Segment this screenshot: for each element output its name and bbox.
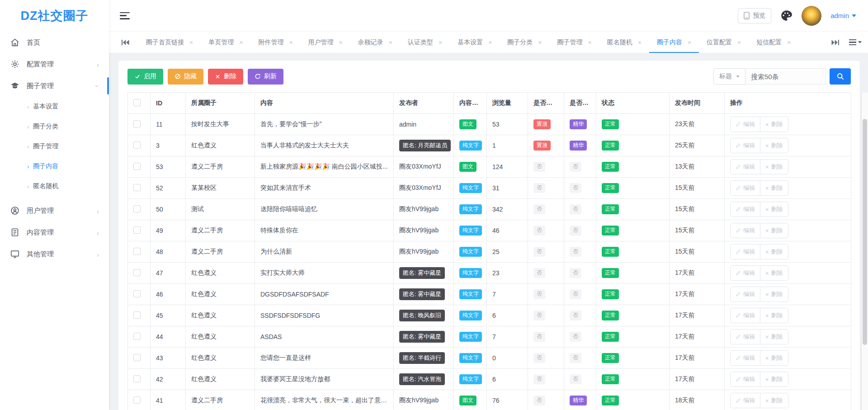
row-checkbox[interactable] (133, 354, 141, 361)
row-edit-button[interactable]: 编辑 (731, 393, 760, 408)
sidebar-subitem-circle-category[interactable]: › 圈子分类 (0, 117, 109, 137)
search-field-select[interactable]: 标题 (713, 68, 745, 85)
row-edit-button[interactable]: 编辑 (731, 160, 760, 174)
sidebar-item-home[interactable]: 首页 (0, 32, 109, 53)
tab-item[interactable]: 用户管理× (301, 32, 350, 53)
preview-button[interactable]: 预览 (738, 8, 771, 24)
row-checkbox[interactable] (133, 205, 141, 212)
sidebar-subitem-basic-settings[interactable]: › 基本设置 (0, 97, 109, 117)
tab-close-icon[interactable]: × (688, 39, 691, 46)
user-menu[interactable]: admin (830, 12, 856, 19)
page-scrollbar[interactable] (861, 93, 868, 410)
search-button[interactable] (830, 68, 851, 85)
row-checkbox[interactable] (133, 248, 141, 255)
tab-close-icon[interactable]: × (737, 39, 741, 46)
row-delete-button[interactable]: ×删除 (760, 308, 788, 323)
tab-item[interactable]: 圈子分类× (500, 32, 549, 53)
tab-item[interactable]: 圈子管理× (550, 32, 599, 53)
tab-item[interactable]: 认证类型× (400, 32, 450, 53)
tab-item[interactable]: 单页管理× (201, 32, 250, 53)
tab-item[interactable]: 基本设置× (450, 32, 500, 53)
tab-close-icon[interactable]: × (239, 39, 243, 46)
row-edit-button[interactable]: 编辑 (731, 330, 760, 344)
sidebar-item-other-manage[interactable]: 其他管理 › (0, 243, 109, 265)
sidebar-item-circle-manage[interactable]: 圈子管理 › (0, 75, 109, 97)
row-delete-button[interactable]: ×删除 (760, 287, 788, 302)
tabs-scroll-start-button[interactable] (118, 32, 133, 53)
row-edit-button[interactable]: 编辑 (731, 245, 760, 259)
row-delete-button[interactable]: ×删除 (760, 393, 788, 408)
row-checkbox[interactable] (133, 120, 141, 127)
row-edit-button[interactable]: 编辑 (731, 117, 760, 132)
cell-id: 3 (151, 135, 186, 156)
tab-close-icon[interactable]: × (289, 39, 292, 46)
row-delete-button[interactable]: ×删除 (760, 117, 788, 132)
sidebar-item-config[interactable]: 配置管理 › (0, 53, 109, 75)
row-edit-button[interactable]: 编辑 (731, 202, 760, 217)
sidebar-subitem-anonymous-random[interactable]: › 匿名随机 (0, 176, 109, 196)
tab-close-icon[interactable]: × (339, 39, 343, 46)
tab-close-icon[interactable]: × (787, 39, 791, 46)
row-action-group: 编辑×删除 (730, 393, 788, 408)
sidebar-item-user-manage[interactable]: 用户管理 › (0, 200, 109, 221)
tab-item[interactable]: 圈子内容× (649, 32, 699, 53)
row-checkbox[interactable] (133, 226, 141, 234)
row-edit-button[interactable]: 编辑 (731, 372, 760, 386)
row-edit-button[interactable]: 编辑 (731, 308, 760, 323)
hide-button[interactable]: 隐藏 (168, 69, 203, 85)
row-delete-button[interactable]: ×删除 (760, 223, 788, 238)
user-avatar[interactable] (802, 6, 821, 26)
enable-button[interactable]: 启用 (127, 69, 163, 85)
row-edit-button[interactable]: 编辑 (731, 223, 760, 238)
scrollbar-thumb[interactable] (863, 119, 867, 345)
row-checkbox[interactable] (133, 333, 141, 340)
search-input[interactable] (745, 68, 826, 85)
tab-close-icon[interactable]: × (638, 39, 642, 46)
tab-item[interactable]: 短信配置× (749, 32, 798, 53)
tab-close-icon[interactable]: × (439, 39, 442, 46)
sidebar-collapse-button[interactable] (120, 12, 130, 19)
sidebar-subitem-circle-manage[interactable]: › 圈子管理 (0, 137, 109, 156)
row-delete-button[interactable]: ×删除 (760, 245, 788, 259)
row-checkbox[interactable] (133, 311, 141, 319)
row-delete-button[interactable]: ×删除 (760, 202, 788, 217)
tab-item[interactable]: 附件管理× (250, 32, 300, 53)
delete-button[interactable]: 删除 (208, 69, 243, 85)
sidebar-subitem-circle-content[interactable]: › 圈子内容 (0, 156, 109, 176)
tab-close-icon[interactable]: × (588, 39, 592, 46)
tab-close-icon[interactable]: × (189, 39, 193, 46)
row-checkbox[interactable] (133, 269, 141, 276)
tab-item[interactable]: 位置配置× (699, 32, 749, 53)
tab-close-icon[interactable]: × (538, 39, 542, 46)
tabs-options-button[interactable] (849, 39, 862, 45)
row-edit-button[interactable]: 编辑 (731, 181, 760, 195)
tab-item[interactable]: 匿名随机× (599, 32, 649, 53)
row-checkbox[interactable] (133, 290, 141, 297)
row-delete-button[interactable]: ×删除 (760, 160, 788, 174)
refresh-button[interactable]: 刷新 (248, 69, 283, 85)
tabs-scroll-end-button[interactable] (828, 39, 843, 46)
tab-close-icon[interactable]: × (389, 39, 392, 46)
row-edit-button[interactable]: 编辑 (731, 266, 760, 280)
row-delete-button[interactable]: ×删除 (760, 351, 788, 365)
row-delete-button[interactable]: ×删除 (760, 330, 788, 344)
row-delete-button[interactable]: ×删除 (760, 181, 788, 195)
tab-item[interactable]: 余额记录× (350, 32, 400, 53)
row-edit-button[interactable]: 编辑 (731, 287, 760, 302)
row-edit-button[interactable]: 编辑 (731, 351, 760, 365)
sidebar-item-content-manage[interactable]: 内容管理 › (0, 221, 109, 243)
row-delete-button[interactable]: ×删除 (760, 372, 788, 386)
row-checkbox[interactable] (133, 184, 141, 191)
tab-close-icon[interactable]: × (488, 39, 492, 46)
row-checkbox[interactable] (133, 375, 141, 382)
tab-item[interactable]: 圈子首页链接× (138, 32, 201, 53)
row-checkbox[interactable] (133, 163, 141, 170)
row-edit-button[interactable]: 编辑 (731, 138, 760, 153)
theme-palette-icon[interactable] (780, 9, 793, 22)
row-delete-button[interactable]: ×删除 (760, 266, 788, 280)
select-all-checkbox[interactable] (133, 99, 141, 106)
row-checkbox[interactable] (133, 396, 141, 404)
publisher-name: 圈友hV99jgab (399, 396, 439, 404)
row-checkbox[interactable] (133, 141, 141, 149)
row-delete-button[interactable]: ×删除 (760, 138, 788, 153)
